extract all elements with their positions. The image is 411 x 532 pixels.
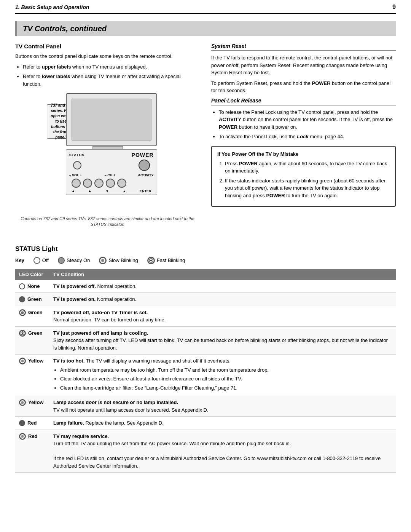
bp-btn-row bbox=[69, 179, 154, 188]
section-title-bar: TV Controls, continued bbox=[15, 21, 396, 36]
status-table-body: None TV is powered off. Normal operation… bbox=[15, 280, 396, 473]
status-led-circle bbox=[73, 161, 81, 169]
led-red-steady bbox=[19, 420, 25, 426]
too-hot-bullets: Ambient room temperature may be too high… bbox=[60, 366, 392, 392]
led-slow-icon bbox=[99, 257, 107, 264]
condition-cell: TV powered off, auto-on TV Timer is set.… bbox=[49, 306, 396, 326]
condition-cell: TV just powered off and lamp is cooling.… bbox=[49, 326, 396, 355]
bp-activity-label: ACTIVITY bbox=[138, 173, 153, 177]
bp-power-label: POWER bbox=[132, 152, 154, 158]
ch-minus-btn bbox=[94, 179, 104, 188]
led-yellow-slow bbox=[19, 358, 26, 364]
enter-label: ENTER bbox=[140, 189, 151, 193]
vol-minus-btn bbox=[72, 179, 81, 188]
info-box-title: If You Power Off the TV by Mistake bbox=[217, 151, 390, 157]
key-steady-label: Steady On bbox=[67, 257, 90, 263]
info-box-list: Press POWER again, within about 60 secon… bbox=[225, 160, 390, 200]
system-reset-title: System Reset bbox=[211, 43, 396, 51]
color-cell: Green bbox=[15, 306, 49, 326]
led-none-off bbox=[19, 283, 25, 289]
arrow-up: ▲ bbox=[123, 189, 126, 193]
info-box-item-1: Press POWER again, within about 60 secon… bbox=[225, 160, 390, 175]
bp-ch-label: – CH + bbox=[105, 173, 115, 177]
table-row: None TV is powered off. Normal operation… bbox=[15, 280, 396, 293]
panel-lock-bullet-1: To release the Panel Lock using the TV c… bbox=[219, 109, 396, 131]
condition-cell: TV may require service. Turn off the TV … bbox=[49, 430, 396, 473]
bp-status-label: STATUS bbox=[69, 153, 85, 157]
key-fast: Fast Blinking bbox=[147, 257, 185, 264]
bp-circles-row bbox=[69, 160, 154, 171]
bp-vol-label: – VOL + bbox=[69, 173, 82, 177]
color-label: Red bbox=[28, 433, 38, 440]
bullet: Clean the lamp-cartridge air filter. See… bbox=[60, 384, 392, 392]
arrow-down: ▼ bbox=[105, 189, 109, 193]
key-fast-label: Fast Blinking bbox=[157, 257, 185, 263]
color-cell: Green bbox=[15, 326, 49, 355]
col-tv-condition: TV Condition bbox=[49, 269, 396, 280]
page-header: 1. Basic Setup and Operation 9 bbox=[15, 0, 396, 14]
bp-top-row: STATUS POWER bbox=[69, 152, 154, 158]
color-cell: Red bbox=[15, 430, 49, 473]
status-section-title: STATUS Light bbox=[15, 245, 396, 253]
col-led-color: LED Color bbox=[15, 269, 49, 280]
condition-cell: Lamp failure. Replace the lamp. See Appe… bbox=[49, 417, 396, 430]
color-label: Yellow bbox=[28, 357, 43, 365]
color-cell: Green bbox=[15, 293, 49, 306]
button-panel: STATUS POWER – VOL + – CH + ACTIVITY bbox=[66, 149, 157, 195]
table-row: Green TV just powered off and lamp is co… bbox=[15, 326, 396, 355]
condition-cell: Lamp access door is not secure or no lam… bbox=[49, 396, 396, 417]
key-off-label: Off bbox=[42, 257, 49, 263]
condition-cell: TV is too hot. The TV will display a war… bbox=[49, 355, 396, 396]
ch-plus-btn bbox=[106, 179, 115, 188]
panel-lock-bullets: To release the Panel Lock using the TV c… bbox=[219, 109, 396, 141]
key-slow: Slow Blinking bbox=[99, 257, 138, 264]
condition-cell: TV is powered off. Normal operation. bbox=[49, 280, 396, 293]
led-steady-icon bbox=[58, 257, 65, 264]
page: 1. Basic Setup and Operation 9 TV Contro… bbox=[0, 0, 411, 532]
color-cell: None bbox=[15, 280, 49, 293]
control-panel-bullets: Refer to upper labels when no TV menus a… bbox=[23, 63, 200, 88]
header-title: 1. Basic Setup and Operation bbox=[15, 4, 89, 10]
arrow-right: ► bbox=[88, 189, 92, 193]
two-column-layout: TV Control Panel Buttons on the control … bbox=[15, 43, 396, 236]
right-column: System Reset If the TV fails to respond … bbox=[211, 43, 396, 236]
table-row: Green TV powered off, auto-on TV Timer i… bbox=[15, 306, 396, 326]
panel-lock-title: Panel-Lock Release bbox=[211, 97, 396, 105]
left-column: TV Control Panel Buttons on the control … bbox=[15, 43, 200, 236]
key-steady: Steady On bbox=[58, 257, 90, 264]
tv-screen bbox=[72, 99, 151, 141]
activity-btn bbox=[117, 179, 126, 188]
key-row: Key Off Steady On Slow Blinking Fast Bli… bbox=[15, 257, 396, 264]
status-table: LED Color TV Condition None TV is powere… bbox=[15, 269, 396, 473]
key-label: Key bbox=[15, 257, 24, 263]
table-row: Yellow Lamp access door is not secure or… bbox=[15, 396, 396, 417]
power-btn-circle bbox=[139, 160, 150, 171]
key-slow-label: Slow Blinking bbox=[108, 257, 138, 263]
panel-lock-bullet-2: To activate the Panel Lock, use the Lock… bbox=[219, 133, 396, 141]
led-off-icon bbox=[33, 257, 40, 264]
led-red-slow bbox=[19, 433, 26, 440]
vol-plus-btn bbox=[83, 179, 92, 188]
table-row: Yellow TV is too hot. The TV will displa… bbox=[15, 355, 396, 396]
tv-diagram: 737 and C9 series. Flip open cover to us… bbox=[15, 93, 200, 231]
page-number: 9 bbox=[392, 4, 396, 11]
color-cell: Yellow bbox=[15, 396, 49, 417]
color-label: Red bbox=[27, 419, 37, 427]
bullet-2: Refer to lower labels when using TV menu… bbox=[23, 73, 200, 88]
table-row: Red TV may require service. Turn off the… bbox=[15, 430, 396, 473]
tv-control-panel-title: TV Control Panel bbox=[15, 43, 200, 50]
bp-vol-ch-circles bbox=[72, 179, 126, 188]
bp-arrow-row: ◄ ► ▼ ▲ ENTER bbox=[69, 188, 154, 193]
bullet-1: Refer to upper labels when no TV menus a… bbox=[23, 63, 200, 71]
arrow-left: ◄ bbox=[72, 189, 75, 193]
key-off: Off bbox=[33, 257, 49, 264]
color-label: Yellow bbox=[28, 399, 43, 406]
led-green-steady bbox=[19, 296, 25, 302]
color-label: Green bbox=[27, 296, 42, 303]
diagram-caption: Controls on 737 and C9 series TVs. 837 s… bbox=[15, 216, 200, 228]
color-label: Green bbox=[28, 309, 43, 316]
control-panel-intro: Buttons on the control panel duplicate s… bbox=[15, 53, 200, 60]
info-box-item-2: If the status indicator starts rapidly b… bbox=[225, 177, 390, 200]
status-light-section: STATUS Light Key Off Steady On Slow Blin… bbox=[15, 245, 396, 473]
color-cell: Yellow bbox=[15, 355, 49, 396]
